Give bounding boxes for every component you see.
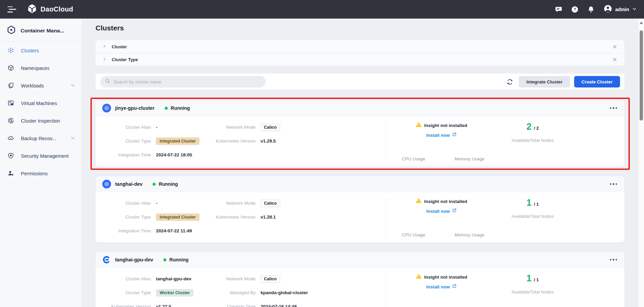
hamburger-icon[interactable] (7, 6, 16, 12)
integrate-cluster-button[interactable]: Integrate Cluster (519, 76, 570, 87)
field-label: Cluster Alias (104, 201, 151, 206)
filter-row-cluster-type[interactable]: Cluster Type (96, 53, 624, 66)
field-value: 2024-07-16 14:48 (261, 304, 297, 307)
field-label: Creation Time (215, 304, 256, 307)
brand[interactable]: DaoCloud (27, 4, 73, 15)
network-mode-badge: Calico (261, 200, 280, 207)
cluster-type-badge: Integrated Cluster (156, 137, 199, 145)
field-label: Network Mode (215, 125, 256, 130)
sidebar-item-cluster-inspection[interactable]: Cluster Inspection (0, 112, 82, 130)
scrollbar-thumb[interactable] (640, 30, 643, 121)
external-link-icon (452, 284, 457, 290)
search-box[interactable] (100, 76, 266, 87)
cluster-card-tanghai-dev: tanghai-dev Running Cluster Alias- Netwo… (96, 176, 624, 242)
sidebar-item-permissions[interactable]: Permissions (0, 165, 82, 182)
sidebar-item-label: Permissions (21, 171, 48, 176)
field-label: Integration Time (104, 152, 151, 157)
chevron-down-icon (71, 136, 75, 141)
warning-icon (416, 274, 422, 281)
search-icon (105, 78, 110, 85)
network-mode-badge: Calico (261, 124, 280, 131)
bell-icon[interactable] (587, 6, 595, 13)
field-label: Cluster Type (104, 214, 151, 220)
field-label: Cluster Alias (104, 276, 151, 281)
running-status-dot (153, 183, 156, 186)
cluster-card-tanghai-gpu-dev: tanghai-gpu-dev Running Cluster Aliastan… (96, 252, 624, 307)
field-label: Cluster Type (104, 138, 151, 144)
field-value: v1.27.5 (156, 304, 171, 307)
help-icon[interactable]: ? (571, 6, 579, 13)
page-title: Clusters (96, 24, 644, 32)
nodes-caption: Available/Total Nodes (497, 138, 568, 143)
product-header[interactable]: Container Mana... (0, 19, 82, 42)
sidebar-item-clusters[interactable]: Clusters (0, 42, 82, 59)
permissions-icon (7, 170, 14, 178)
filter-label: Cluster (112, 44, 127, 49)
container-management-icon (7, 25, 16, 36)
total-nodes-count: / 2 (534, 126, 539, 131)
memory-usage-label: Memory Usage (455, 156, 484, 161)
kubernetes-icon (102, 180, 111, 188)
user-menu[interactable]: admin (603, 4, 637, 15)
dce-cluster-icon (102, 255, 111, 264)
cluster-name[interactable]: jinye-gpu-cluster (115, 105, 155, 111)
insight-warning-text: Insight not installed (424, 275, 467, 280)
svg-text:?: ? (573, 7, 576, 12)
cluster-inspection-icon (7, 117, 14, 125)
sidebar-item-namespaces[interactable]: Namespaces (0, 59, 82, 77)
chevron-down-icon (71, 83, 75, 88)
field-label: Managed By (215, 290, 256, 295)
close-icon[interactable] (612, 44, 618, 50)
sidebar: Container Mana... Clusters Namespaces Wo… (0, 19, 82, 307)
create-cluster-button[interactable]: Create Cluster (574, 76, 620, 87)
kubernetes-icon (102, 104, 111, 112)
brand-name: DaoCloud (41, 5, 73, 13)
available-nodes-count: 1 (527, 198, 532, 208)
field-value: - (156, 125, 158, 130)
cluster-name[interactable]: tanghai-dev (115, 181, 142, 187)
refresh-icon[interactable] (505, 77, 515, 87)
warning-icon (416, 122, 422, 129)
ellipsis-icon[interactable] (609, 181, 618, 187)
security-management-icon (7, 152, 14, 160)
workloads-icon (7, 82, 14, 90)
field-label: Integration Time (104, 228, 151, 233)
external-link-icon (452, 132, 457, 138)
cluster-name[interactable]: tanghai-gpu-dev (115, 257, 153, 262)
sidebar-item-label: Backup Recov... (21, 136, 56, 141)
field-label: Network Mode (215, 276, 256, 281)
filter-label: Cluster Type (112, 57, 138, 62)
ellipsis-icon[interactable] (609, 257, 618, 263)
field-value: 2024-07-22 18:05 (156, 152, 192, 157)
field-label: Cluster Type (104, 290, 151, 295)
sidebar-item-workloads[interactable]: Workloads (0, 77, 82, 95)
insight-warning-text: Insight not installed (424, 199, 467, 204)
install-now-link[interactable]: Install now (386, 284, 497, 290)
chat-icon[interactable] (555, 6, 562, 13)
chevron-right-icon (102, 44, 107, 50)
cpu-usage-label: CPU Usage (402, 156, 425, 161)
field-label: Kubernetes Version (215, 214, 256, 220)
close-icon[interactable] (612, 57, 618, 63)
sidebar-item-label: Virtual Machines (21, 101, 57, 106)
install-now-link[interactable]: Install now (386, 208, 497, 214)
cluster-status: Running (169, 257, 189, 262)
search-input[interactable] (113, 79, 261, 84)
install-now-link[interactable]: Install now (386, 132, 497, 138)
field-value: v1.29.5 (261, 138, 276, 144)
user-avatar-icon (603, 4, 612, 15)
field-label: Kubernetes Version (104, 304, 151, 307)
network-mode-badge: Calico (261, 275, 280, 283)
vertical-scrollbar[interactable] (638, 19, 644, 307)
sidebar-item-virtual-machines[interactable]: Virtual Machines (0, 95, 82, 112)
field-label: Kubernetes Version (215, 138, 256, 144)
ellipsis-icon[interactable] (609, 105, 618, 111)
filter-row-cluster[interactable]: Cluster (96, 40, 624, 53)
cluster-status: Running (159, 181, 178, 187)
clusters-icon (7, 47, 14, 55)
running-status-dot (163, 258, 166, 261)
sidebar-item-label: Security Management (21, 153, 69, 159)
sidebar-item-backup-recovery[interactable]: Backup Recov... (0, 130, 82, 147)
sidebar-item-security-management[interactable]: Security Management (0, 147, 82, 165)
scrollbar-up-arrow[interactable] (640, 22, 643, 24)
